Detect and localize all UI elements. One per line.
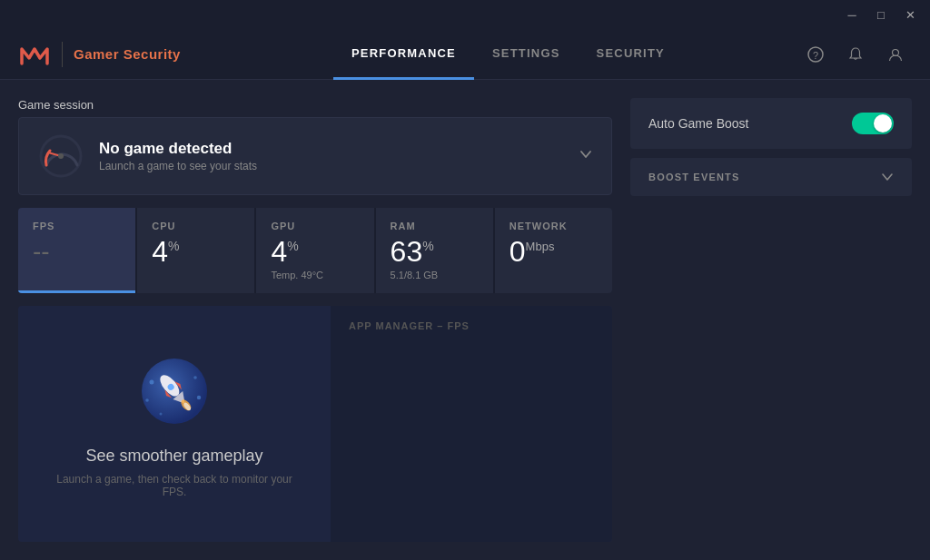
game-subtitle: Launch a game to see your stats	[99, 160, 257, 172]
fps-panel-title: See smoother gameplay	[85, 447, 262, 466]
game-session-label: Game session	[18, 98, 612, 112]
fps-value: --	[33, 237, 121, 266]
stat-card-ram[interactable]: RAM 63% 5.1/8.1 GB	[376, 208, 493, 293]
svg-point-16	[193, 376, 197, 379]
rocket-graphic	[134, 350, 215, 432]
network-label: NETWORK	[510, 221, 598, 231]
tab-security[interactable]: SECURITY	[579, 29, 683, 80]
close-button[interactable]: ✕	[897, 4, 923, 25]
boost-events-card[interactable]: BOOST EVENTS	[630, 158, 912, 196]
user-button[interactable]	[879, 38, 912, 71]
stat-card-network[interactable]: NETWORK 0Mbps	[495, 208, 612, 293]
toggle-knob	[874, 114, 892, 133]
user-icon	[887, 46, 904, 63]
gpu-value: 4%	[271, 237, 359, 266]
game-info: No game detected Launch a game to see yo…	[99, 140, 257, 172]
svg-text:?: ?	[813, 49, 818, 60]
chevron-down-icon	[579, 147, 593, 162]
boost-events-label: BOOST EVENTS	[648, 172, 740, 182]
header-icons: ?	[799, 38, 912, 71]
bottom-panel: See smoother gameplay Launch a game, the…	[18, 306, 612, 542]
minimize-button[interactable]: ─	[839, 4, 865, 25]
auto-game-boost-card: Auto Game Boost	[630, 98, 912, 149]
network-value: 0Mbps	[510, 237, 598, 266]
gpu-label: GPU	[271, 221, 359, 231]
bell-icon	[847, 46, 864, 63]
mcafee-logo	[18, 42, 51, 67]
stat-card-cpu[interactable]: CPU 4%	[137, 208, 254, 293]
game-title: No game detected	[99, 140, 257, 158]
header: Gamer Security PERFORMANCE SETTINGS SECU…	[0, 29, 930, 80]
fps-label: FPS	[33, 221, 121, 231]
ram-value: 63%	[391, 237, 479, 266]
app-manager-label: APP MANAGER – FPS	[349, 320, 470, 331]
svg-point-5	[58, 153, 64, 159]
boost-events-chevron-icon	[881, 171, 894, 183]
mcafee-logo-icon	[18, 42, 51, 67]
tab-performance[interactable]: PERFORMANCE	[333, 29, 474, 80]
svg-point-17	[197, 395, 201, 398]
stat-card-fps[interactable]: FPS --	[18, 208, 135, 293]
logo-divider	[62, 42, 63, 67]
app-manager-section: APP MANAGER – FPS	[331, 306, 612, 542]
rocket-icon	[134, 350, 215, 432]
ram-sub: 5.1/8.1 GB	[391, 270, 479, 280]
game-session-section: Game session No game detected Launch a g…	[18, 98, 612, 195]
auto-game-boost-toggle[interactable]	[852, 113, 894, 134]
svg-point-18	[160, 412, 163, 415]
help-button[interactable]: ?	[799, 38, 832, 71]
nav-tabs: PERFORMANCE SETTINGS SECURITY	[217, 29, 799, 80]
gauge-icon	[37, 133, 84, 180]
fps-section: See smoother gameplay Launch a game, the…	[18, 306, 331, 542]
auto-game-boost-label: Auto Game Boost	[648, 116, 749, 131]
help-icon: ?	[807, 46, 824, 63]
left-panel: Game session No game detected Launch a g…	[18, 98, 612, 542]
tab-settings[interactable]: SETTINGS	[474, 29, 579, 80]
logo-tagline: Gamer Security	[74, 46, 181, 62]
svg-point-15	[145, 398, 149, 402]
cpu-value: 4%	[152, 237, 240, 266]
maximize-button[interactable]: □	[868, 4, 894, 25]
right-panel: Auto Game Boost BOOST EVENTS	[630, 98, 912, 542]
game-session-expand-button[interactable]	[579, 147, 593, 166]
game-session-card: No game detected Launch a game to see yo…	[18, 117, 612, 195]
logo-area: Gamer Security	[18, 42, 181, 67]
cpu-label: CPU	[152, 221, 240, 231]
stats-row: FPS -- CPU 4% GPU 4% Temp. 49°C RAM	[18, 208, 612, 293]
main-content: Game session No game detected Launch a g…	[0, 80, 930, 560]
svg-point-14	[150, 379, 154, 384]
fps-panel-description: Launch a game, then check back to monito…	[45, 473, 303, 498]
stat-card-gpu[interactable]: GPU 4% Temp. 49°C	[256, 208, 373, 293]
ram-label: RAM	[391, 221, 479, 231]
gpu-sub: Temp. 49°C	[271, 270, 359, 280]
titlebar: ─ □ ✕	[0, 0, 930, 29]
notifications-button[interactable]	[839, 38, 872, 71]
game-session-info: No game detected Launch a game to see yo…	[37, 133, 257, 180]
